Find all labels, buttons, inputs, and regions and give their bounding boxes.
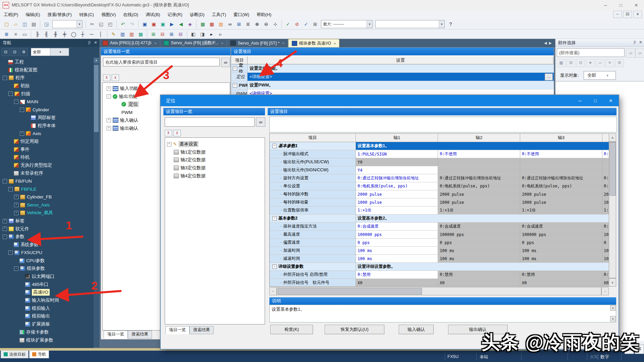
nav-item-FB/FUN[interactable]: −FB/FUN xyxy=(0,178,93,185)
delete-row-icon[interactable]: ⊟ xyxy=(158,30,167,38)
nav-item-初始[interactable]: 初始 xyxy=(0,82,93,89)
setting-row-PWM[interactable]: −PWM设置PWM。 xyxy=(231,81,554,89)
parameter-value-cell-axis2[interactable]: 100000 pps xyxy=(438,231,520,239)
nav-item-软元件[interactable]: +软元件 xyxy=(0,225,93,233)
table-horizontal-scrollbar[interactable] xyxy=(277,287,601,295)
copy-icon[interactable]: ◱ xyxy=(97,20,105,28)
menu-item-0[interactable]: 工程(P) xyxy=(0,10,22,19)
parameter-value-cell-axis4[interactable]: 100 ms xyxy=(602,255,609,263)
parameter-value-cell-axis4[interactable]: 0:通过正转脉冲输出增加当前地址 xyxy=(602,174,609,182)
parameter-value-cell-axis4[interactable]: 2000 pulse xyxy=(602,190,609,198)
nav-item-存储卡参数[interactable]: 存储卡参数 xyxy=(0,328,93,336)
monitor-start-icon[interactable]: ▦ xyxy=(199,20,207,28)
scroll-thumb[interactable] xyxy=(278,288,422,295)
parameter-value-cell-axis2[interactable]: 0:电机系统(pulse, pps) xyxy=(438,182,520,190)
parts-favorite-icon[interactable]: ★ xyxy=(586,59,595,67)
parameter-value-cell-axis3[interactable]: 0 pps xyxy=(520,239,602,247)
dialog-maximize-button[interactable]: □ xyxy=(588,95,603,106)
dock-tab-连接目标[interactable]: 连接目标 xyxy=(1,351,29,358)
parameter-value-cell-axis1[interactable]: 2000 pulse xyxy=(356,190,438,198)
convert-icon[interactable]: ▣ xyxy=(141,20,149,28)
close-icon[interactable]: ✕ xyxy=(639,40,642,46)
setting-row-定位[interactable]: 定位<详细设置>... xyxy=(231,73,554,81)
expand-icon[interactable]: + xyxy=(20,131,24,136)
open-contact-icon[interactable]: ╟ xyxy=(33,30,42,38)
insert-row-icon[interactable]: ⊞ xyxy=(149,30,158,38)
parameter-value-cell-axis1[interactable]: 0 pps xyxy=(356,239,438,247)
nav-item-系统参数[interactable]: 系统参数 xyxy=(0,241,93,248)
dialog-bottom-tab-项目一览[interactable]: 项目一览 xyxy=(165,326,190,334)
parts-collapse-icon[interactable]: ⊟ xyxy=(576,59,585,67)
setting-tree-item-输出确认[interactable]: +输出确认 xyxy=(107,125,138,132)
fit-zoom-icon[interactable]: ⊹ xyxy=(271,20,279,28)
watch-max-combo[interactable]: 最大: --------▼ xyxy=(321,20,373,28)
scroll-thumb[interactable] xyxy=(609,142,616,196)
nav-item-Servo_Axis[interactable]: +Servo_Axis xyxy=(0,201,93,209)
parameter-value-cell-axis4[interactable]: 0 pps xyxy=(602,239,609,247)
expand-icon[interactable]: + xyxy=(3,227,7,231)
editor-tab-Axis [PRG] [LD] 477步[interactable]: Axis [PRG] [LD] 477步× xyxy=(99,39,160,47)
parameter-value-cell-axis1[interactable]: 0:电机系统(pulse, pps) xyxy=(356,182,438,190)
close-icon[interactable]: × xyxy=(221,41,223,45)
delete-column-icon[interactable]: ⊟ xyxy=(176,30,185,38)
nav-item-恒定周期[interactable]: 恒定周期 xyxy=(0,138,93,145)
nav-item-待机[interactable]: 待机 xyxy=(0,154,93,161)
nav-item-扩展插板[interactable]: 扩展插板 xyxy=(0,320,93,328)
menu-item-10[interactable]: 窗口(W) xyxy=(230,10,253,19)
write-mode-icon[interactable]: ▥ xyxy=(127,30,136,38)
parts-new-folder-icon[interactable]: ▱ xyxy=(596,59,604,67)
nav-item-MAIN[interactable]: −MAIN xyxy=(0,98,93,106)
parameter-value-cell-axis3[interactable]: 0:禁用 xyxy=(520,271,602,279)
parameter-value-cell-axis1[interactable]: 100000 pps xyxy=(356,231,438,239)
window-minimize-button[interactable]: ─ xyxy=(598,0,613,10)
menu-item-8[interactable]: 诊断(D) xyxy=(186,10,208,19)
dialog-button-检查(K)[interactable]: 检查(K) xyxy=(270,325,313,334)
parameter-value-cell-axis1[interactable]: 1:×1倍 xyxy=(356,206,438,215)
nav-item-未登录程序[interactable]: 未登录程序 xyxy=(0,170,93,177)
parameter-value-cell-axis2[interactable]: 100 ms xyxy=(438,255,520,263)
setting-tree-item-定位[interactable]: ✓定位 xyxy=(116,101,139,108)
setting-tree-item-输入确认[interactable]: +输入确认 xyxy=(107,117,138,124)
nav-item-程序[interactable]: −程序 xyxy=(0,74,93,81)
nav-item-FX5UCPU[interactable]: −FX5UCPU xyxy=(0,249,93,256)
parameter-value-cell-axis1[interactable]: 100 ms xyxy=(356,255,438,263)
row-setting-cell[interactable]: 设置PWM。 xyxy=(248,81,554,89)
nav-filter-dropdown[interactable]: 全部 ▼ xyxy=(31,48,69,56)
device-monitor-combo[interactable]: ▼ xyxy=(375,20,445,28)
menu-item-5[interactable]: 在线(O) xyxy=(119,10,142,19)
device-test-icon[interactable]: ◧ xyxy=(189,30,198,38)
close-icon[interactable]: ✕ xyxy=(94,40,97,46)
collapse-icon[interactable]: − xyxy=(20,108,24,112)
search-icon[interactable]: ∞ xyxy=(256,117,265,127)
collapse-icon[interactable]: − xyxy=(14,266,18,271)
table-vertical-scrollbar[interactable] xyxy=(609,142,616,278)
menu-item-7[interactable]: 记录(R) xyxy=(164,10,186,19)
detail-more-button[interactable]: ... xyxy=(545,73,553,80)
read-from-plc-icon[interactable]: ◀ xyxy=(177,20,185,28)
nav-item-程序本体[interactable]: 程序本体 xyxy=(0,122,93,129)
parameter-value-cell-axis3[interactable]: 0:合成速度 xyxy=(520,223,602,231)
nav-expand-tree-icon[interactable]: ⊟ xyxy=(2,48,10,56)
nav-item-模拟输入[interactable]: 模拟输入 xyxy=(0,305,93,312)
nav-item-Cylinder_FB[interactable]: +Cylinder_FB xyxy=(0,193,93,201)
expand-icon[interactable]: + xyxy=(107,118,111,122)
nav-item-485串口[interactable]: 485串口 xyxy=(0,281,93,288)
parameter-value-cell-axis2[interactable]: 2000 pulse xyxy=(438,190,520,198)
nav-item-工程[interactable]: 工程 xyxy=(0,58,93,66)
dialog-bottom-tab-搜索结果[interactable]: 搜索结果 xyxy=(190,326,214,334)
expand-icon[interactable]: + xyxy=(14,195,18,199)
grid-icon[interactable]: ⊞ xyxy=(311,20,319,28)
parameter-value-cell-axis4[interactable] xyxy=(602,158,609,166)
statement-icon[interactable]: ≡ xyxy=(11,30,20,38)
device-comment-icon[interactable]: ≣ xyxy=(2,30,11,38)
parameter-value-cell-axis4[interactable]: X0 xyxy=(602,279,609,287)
parameter-value-cell-axis1[interactable]: X0 xyxy=(356,279,438,287)
parameter-value-cell-axis1[interactable]: 0:禁用 xyxy=(356,271,438,279)
nav-item-高速I/O[interactable]: 高速I/O xyxy=(0,289,93,296)
dialog-button-输入确认[interactable]: 输入确认 xyxy=(399,325,434,334)
expand-icon[interactable]: + xyxy=(3,219,7,223)
undo-icon[interactable]: ↶ xyxy=(119,20,127,28)
parameter-value-cell-axis1[interactable]: Y4 xyxy=(356,166,438,174)
new-project-icon[interactable]: ▢ xyxy=(2,20,11,28)
nav-item-CPU参数[interactable]: CPU参数 xyxy=(0,257,93,264)
